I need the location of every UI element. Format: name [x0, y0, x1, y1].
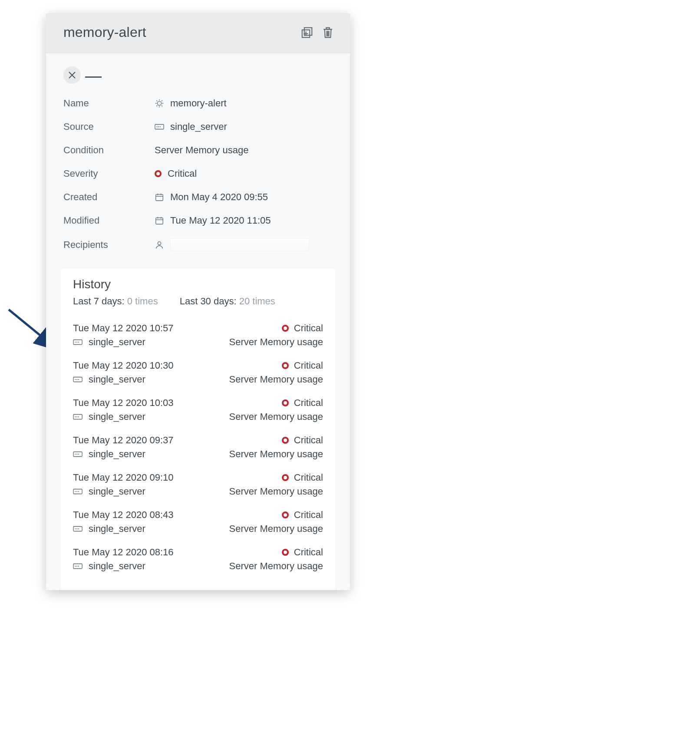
duplicate-icon [300, 26, 314, 39]
severity-dot-icon [282, 437, 289, 444]
history-entry[interactable]: Tue May 12 2020 10:30Criticalsingle_serv… [73, 356, 323, 393]
history-entry[interactable]: Tue May 12 2020 10:03Criticalsingle_serv… [73, 393, 323, 430]
svg-rect-24 [73, 340, 82, 345]
svg-point-29 [75, 379, 76, 380]
label-severity: Severity [63, 168, 155, 179]
history-entry-timestamp: Tue May 12 2020 10:03 [73, 397, 282, 409]
history-entry-severity: Critical [282, 360, 323, 371]
svg-point-47 [78, 528, 79, 529]
label-recipients: Recipients [63, 239, 155, 251]
svg-rect-1 [304, 27, 312, 35]
history-entry-condition: Server Memory usage [229, 411, 323, 422]
history-entry[interactable]: Tue May 12 2020 08:43Criticalsingle_serv… [73, 505, 323, 542]
close-toggle-button[interactable] [63, 66, 81, 84]
severity-dot-icon [282, 549, 289, 556]
svg-point-31 [78, 379, 79, 380]
history-entry-severity-label: Critical [294, 435, 323, 446]
svg-point-51 [78, 566, 79, 567]
svg-point-49 [75, 566, 76, 567]
label-source: Source [63, 121, 155, 132]
alert-icon [155, 99, 164, 108]
server-icon [73, 337, 83, 347]
history-entry-timestamp: Tue May 12 2020 09:10 [73, 472, 282, 483]
detail-row-severity: Severity Critical [63, 162, 333, 185]
svg-point-30 [76, 379, 77, 380]
history-last7-value: 0 times [127, 296, 158, 307]
svg-point-38 [76, 454, 77, 455]
severity-dot-icon [155, 170, 162, 177]
history-last30-label: Last 30 days: [180, 296, 237, 307]
svg-rect-19 [156, 218, 163, 224]
svg-rect-11 [155, 125, 164, 129]
history-last30: Last 30 days: 20 times [180, 296, 275, 307]
severity-dot-icon [282, 511, 289, 518]
recipient-redacted [170, 238, 309, 251]
history-entry[interactable]: Tue May 12 2020 08:16Criticalsingle_serv… [73, 542, 323, 580]
svg-point-14 [160, 126, 161, 127]
svg-rect-40 [73, 489, 82, 494]
history-entry-condition: Server Memory usage [229, 337, 323, 348]
history-entry-severity-label: Critical [294, 360, 323, 371]
history-list: Tue May 12 2020 10:57Criticalsingle_serv… [73, 318, 323, 580]
server-icon [73, 375, 83, 384]
history-summary: Last 7 days: 0 times Last 30 days: 20 ti… [73, 296, 323, 307]
value-name: memory-alert [170, 98, 227, 109]
history-entry-timestamp: Tue May 12 2020 10:57 [73, 323, 282, 334]
history-entry-condition: Server Memory usage [229, 486, 323, 497]
history-entry-source: single_server [89, 486, 145, 497]
history-entry-severity: Critical [282, 509, 323, 521]
user-icon [155, 240, 164, 250]
severity-dot-icon [282, 362, 289, 369]
history-entry-severity: Critical [282, 472, 323, 483]
history-entry-timestamp: Tue May 12 2020 09:37 [73, 435, 282, 446]
svg-rect-28 [73, 377, 82, 382]
detail-row-source: Source single_server [63, 115, 333, 139]
svg-point-41 [75, 491, 76, 492]
history-entry[interactable]: Tue May 12 2020 09:37Criticalsingle_serv… [73, 430, 323, 468]
svg-point-50 [76, 566, 77, 567]
calendar-icon [155, 216, 164, 225]
svg-rect-48 [73, 564, 82, 569]
trash-icon [321, 26, 334, 39]
history-entry[interactable]: Tue May 12 2020 09:10Criticalsingle_serv… [73, 468, 323, 505]
history-entry[interactable]: Tue May 12 2020 10:57Criticalsingle_serv… [73, 318, 323, 356]
history-entry-condition: Server Memory usage [229, 561, 323, 572]
label-condition: Condition [63, 145, 155, 156]
history-entry-source: single_server [89, 561, 145, 572]
toggle-line [85, 76, 102, 78]
details-section: Name memory-alert Source single_ [63, 92, 333, 257]
server-icon [73, 412, 83, 422]
history-entry-source: single_server [89, 337, 145, 348]
history-title: History [73, 277, 323, 291]
value-severity: Critical [168, 168, 197, 179]
server-icon [73, 561, 83, 571]
delete-button[interactable] [320, 25, 335, 40]
label-modified: Modified [63, 215, 155, 226]
severity-dot-icon [282, 399, 289, 406]
svg-point-35 [78, 416, 79, 417]
history-entry-severity: Critical [282, 435, 323, 446]
duplicate-button[interactable] [300, 25, 314, 40]
value-source: single_server [170, 121, 227, 132]
history-entry-source: single_server [89, 523, 145, 534]
history-entry-severity: Critical [282, 323, 323, 334]
label-name: Name [63, 98, 155, 109]
svg-point-12 [156, 126, 157, 127]
detail-row-created: Created Mon May 4 2020 09:55 [63, 185, 333, 209]
history-entry-severity-label: Critical [294, 397, 323, 409]
history-entry-timestamp: Tue May 12 2020 08:16 [73, 547, 282, 558]
history-entry-severity-label: Critical [294, 547, 323, 558]
history-entry-source: single_server [89, 411, 145, 422]
detail-row-name: Name memory-alert [63, 92, 333, 115]
svg-point-34 [76, 416, 77, 417]
svg-point-39 [78, 454, 79, 455]
severity-dot-icon [282, 325, 289, 332]
value-condition: Server Memory usage [155, 145, 248, 156]
history-last7: Last 7 days: 0 times [73, 296, 158, 307]
history-entry-timestamp: Tue May 12 2020 10:30 [73, 360, 282, 371]
toggle-row [63, 66, 333, 84]
history-entry-timestamp: Tue May 12 2020 08:43 [73, 509, 282, 521]
close-icon [68, 71, 76, 79]
history-card: History Last 7 days: 0 times Last 30 day… [61, 269, 335, 590]
calendar-icon [155, 192, 164, 202]
